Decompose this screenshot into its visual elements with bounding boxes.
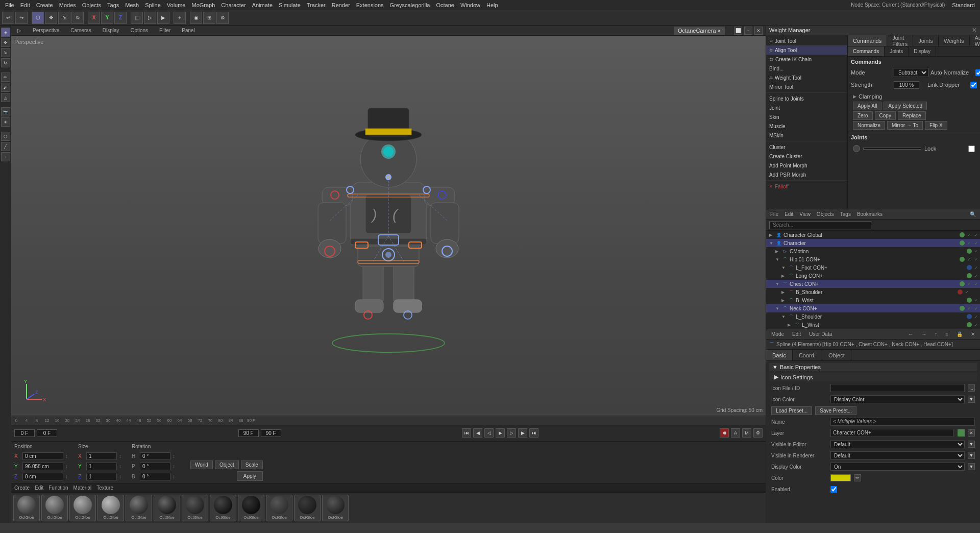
timeline-next-key-btn[interactable]: ▷ — [507, 428, 516, 438]
char-falloff[interactable]: ✕ Falloff — [766, 182, 847, 191]
rot-p-input[interactable] — [140, 463, 170, 470]
link-dropper-checkbox[interactable] — [970, 82, 977, 88]
render-region-btn[interactable]: ⬚ — [131, 12, 143, 24]
z-axis-btn[interactable]: Z — [114, 12, 127, 24]
wm-sub-commands[interactable]: Commands — [848, 46, 885, 56]
shader-btn[interactable]: ◉ — [190, 12, 202, 24]
om-long-con[interactable]: ▶ ⌒ Long CON+ ✓ — [766, 272, 980, 280]
apply-transform-btn[interactable]: Apply — [237, 471, 263, 481]
menu-create[interactable]: Create — [33, 0, 56, 10]
wm-tab-joints[interactable]: Joints — [913, 35, 939, 46]
om-bshoulder[interactable]: ▶ ⌒ B_Shoulder ✓ — [766, 288, 980, 296]
om-file-btn[interactable]: File — [768, 211, 780, 217]
menu-spline[interactable]: Spline — [142, 0, 164, 10]
y-axis-btn[interactable]: Y — [101, 12, 113, 24]
enabled-checkbox[interactable] — [830, 486, 837, 493]
normalize-btn[interactable]: Normalize — [853, 121, 885, 130]
zero-btn[interactable]: Zero — [853, 111, 873, 120]
char-weight-tool[interactable]: ⚖ Weight Tool — [766, 73, 847, 82]
om-tags-btn[interactable]: Tags — [838, 211, 853, 217]
basic-props-header[interactable]: ▼ Basic Properties — [769, 363, 977, 371]
frame-start-input[interactable]: 0 F — [14, 429, 35, 437]
undo-btn[interactable]: ↩ — [2, 12, 14, 24]
menu-render[interactable]: Render — [329, 0, 353, 10]
char-skin[interactable]: Skin — [766, 112, 847, 122]
om-view-btn[interactable]: View — [797, 211, 813, 217]
replace-btn[interactable]: Replace — [898, 111, 926, 120]
om-lwrist[interactable]: ▶ ⌒ L_Wrist ✓ — [766, 321, 980, 329]
attr-up-btn[interactable]: ↑ — [933, 331, 939, 337]
mat-menu-create[interactable]: Create — [14, 485, 30, 491]
timeline-last-btn[interactable]: ⏭ — [529, 428, 538, 438]
sculpt-tool-btn[interactable]: ◬ — [1, 93, 10, 102]
mat-item-4[interactable]: OctGloe — [126, 495, 152, 521]
viewport-tab-octane[interactable]: OctaneCamera × — [674, 27, 725, 35]
vp-menu-filter[interactable]: Filter — [156, 26, 174, 35]
menu-simulate[interactable]: Simulate — [276, 0, 304, 10]
char-joint[interactable]: Joint — [766, 103, 847, 112]
pen-tool-btn[interactable]: ✏ — [1, 72, 10, 82]
menu-extensions[interactable]: Extensions — [353, 0, 387, 10]
apply-selected-btn[interactable]: Apply Selected — [884, 102, 927, 110]
mat-menu-function[interactable]: Function — [48, 485, 68, 491]
char-create-cluster[interactable]: Create Cluster — [766, 152, 847, 161]
char-create-ik[interactable]: ⛓ Create IK Chain — [766, 55, 847, 64]
point-tool-btn[interactable]: · — [1, 152, 10, 161]
icon-color-select[interactable]: Display Color Custom — [830, 395, 965, 403]
menu-edit[interactable]: Edit — [17, 0, 33, 10]
attr-forward-btn[interactable]: → — [919, 331, 928, 337]
mat-item-3[interactable]: OctGloe — [97, 495, 124, 521]
icon-color-btn[interactable]: ▼ — [968, 396, 975, 403]
name-value[interactable]: < Multiple Values > — [830, 418, 975, 426]
x-axis-btn[interactable]: X — [88, 12, 100, 24]
om-bookmarks-btn[interactable]: Bookmarks — [855, 211, 885, 217]
vp-menu-options[interactable]: Options — [128, 26, 151, 35]
wm-sub-display[interactable]: Display — [909, 46, 936, 56]
display-color-btn[interactable]: ▼ — [968, 463, 975, 470]
visible-editor-btn[interactable]: ▼ — [968, 441, 975, 448]
om-edit-btn[interactable]: Edit — [782, 211, 795, 217]
mat-item-1[interactable]: OctGloe — [41, 495, 68, 521]
mat-menu-edit[interactable]: Edit — [35, 485, 43, 491]
mat-item-2[interactable]: OctGloe — [69, 495, 96, 521]
om-chest-con[interactable]: ▼ ⌒ Chest CON+ ✓ ✓ — [766, 280, 980, 288]
pos-x-input[interactable] — [22, 452, 63, 460]
mirror-btn[interactable]: Mirror → To — [887, 121, 923, 130]
mat-item-10[interactable]: OctGloe — [294, 495, 321, 521]
vp-menu-cameras[interactable]: Cameras — [67, 26, 94, 35]
timeline-record-btn[interactable]: ⏺ — [720, 428, 729, 438]
rot-h-input[interactable] — [140, 452, 170, 460]
texture-btn[interactable]: ⊞ — [203, 12, 215, 24]
char-joint-tool[interactable]: ⚙ Joint Tool — [766, 36, 847, 45]
live-select-btn[interactable]: ⬡ — [32, 12, 44, 24]
mat-item-6[interactable]: OctGloe — [182, 495, 208, 521]
copy-btn[interactable]: Copy — [875, 111, 896, 120]
vp-menu-panel[interactable]: Panel — [179, 26, 198, 35]
vp-menu-display[interactable]: Perspective — [30, 26, 62, 35]
mat-item-7[interactable]: OctGloe — [210, 495, 236, 521]
apply-all-btn[interactable]: Apply All — [853, 102, 881, 110]
visible-renderer-btn[interactable]: ▼ — [968, 452, 975, 459]
icon-file-browse-btn[interactable]: ... — [968, 384, 975, 392]
attr-back-btn[interactable]: ← — [906, 331, 915, 337]
char-add-psr-morph[interactable]: Add PSR Morph — [766, 170, 847, 179]
timeline-motion-clip-btn[interactable]: M — [742, 428, 751, 438]
param-btn[interactable]: ⚙ — [216, 12, 229, 24]
mat-item-5[interactable]: OctGloe — [154, 495, 180, 521]
light-tool-btn[interactable]: ☀ — [1, 117, 10, 127]
scale-tool-btn[interactable]: ⇲ — [1, 48, 10, 57]
menu-file[interactable]: File — [2, 0, 17, 10]
viewport-canvas[interactable]: Perspective — [11, 36, 766, 416]
redo-btn[interactable]: ↪ — [15, 12, 28, 24]
world-btn[interactable]: World — [190, 461, 213, 469]
attr-tab-basic[interactable]: Basic — [766, 350, 793, 360]
color-edit-btn[interactable]: ✏ — [854, 474, 861, 481]
size-x-input[interactable] — [86, 452, 117, 460]
mat-item-8[interactable]: OctGloe — [238, 495, 264, 521]
om-objects-btn[interactable]: Objects — [815, 211, 836, 217]
pos-z-input[interactable] — [22, 473, 63, 480]
layer-edit-btn[interactable]: ✕ — [968, 429, 975, 437]
icon-settings-header[interactable]: ▶ Icon Settings — [769, 373, 977, 381]
char-mirror-tool[interactable]: Mirror Tool — [766, 82, 847, 91]
frame-total-input[interactable]: 90 F — [261, 429, 281, 437]
